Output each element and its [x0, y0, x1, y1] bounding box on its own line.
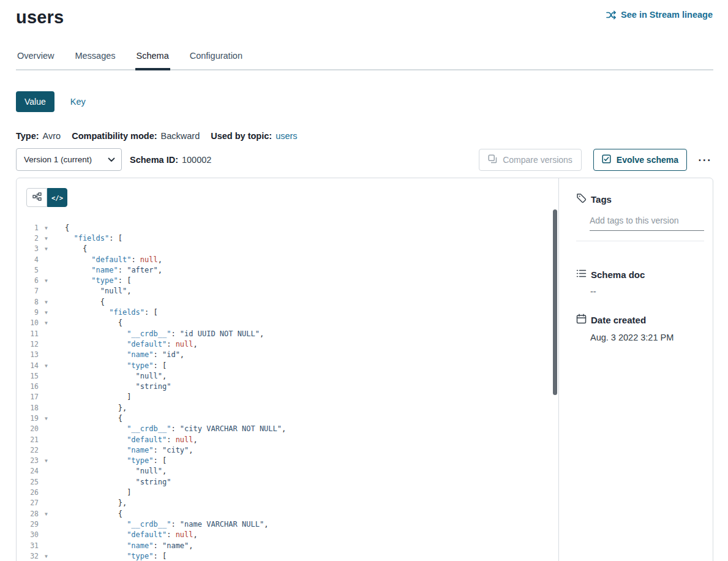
code-text: "name": "after",: [65, 266, 162, 274]
collapse-arrow-spacer: [39, 259, 65, 260]
key-toggle-button[interactable]: Key: [70, 97, 86, 107]
more-options-button[interactable]: ⋯: [696, 154, 713, 165]
code-line: 2▼"fields": [: [17, 233, 558, 243]
tab-messages[interactable]: Messages: [73, 51, 116, 69]
line-number: 16: [17, 382, 39, 391]
line-number: 30: [17, 530, 39, 539]
code-text: "name": "name",: [65, 541, 193, 550]
collapse-arrow-spacer: [39, 470, 65, 472]
collapse-arrow-icon[interactable]: ▼: [39, 277, 65, 284]
collapse-arrow-icon[interactable]: ▼: [39, 457, 65, 464]
schema-doc-section: Schema doc --: [576, 269, 704, 296]
version-toolbar: Version 1 (current) Schema ID: 100002 Co…: [16, 148, 713, 171]
code-line: 25"string": [17, 476, 558, 487]
collapse-arrow-icon[interactable]: ▼: [39, 246, 65, 252]
collapse-arrow-icon[interactable]: ▼: [39, 299, 65, 305]
code-text: "string": [65, 382, 171, 391]
collapse-arrow-icon[interactable]: ▼: [39, 363, 65, 369]
schema-card: </> 1▼{2▼"fields": [3▼{4"default": null,…: [16, 178, 713, 561]
collapse-arrow-icon[interactable]: ▼: [39, 309, 65, 315]
collapse-arrow-icon[interactable]: ▼: [39, 235, 65, 241]
line-number: 21: [17, 435, 39, 444]
code-text: },: [65, 404, 127, 412]
evolve-schema-label: Evolve schema: [617, 155, 678, 165]
document-list-icon: [576, 269, 587, 280]
line-number: 20: [17, 424, 39, 433]
code-text: "null",: [65, 287, 131, 295]
collapse-arrow-spacer: [39, 524, 65, 525]
line-number: 24: [17, 467, 39, 475]
code-text: {: [65, 318, 122, 327]
version-select[interactable]: Version 1 (current): [16, 148, 122, 171]
code-line: 23▼"type": [: [17, 456, 558, 466]
code-text: {: [65, 244, 87, 253]
date-created-header: Date created: [576, 314, 704, 326]
line-number: 32: [17, 552, 39, 560]
code-line: 15"null",: [17, 371, 558, 381]
code-line: 27},: [17, 498, 558, 508]
line-number: 2: [17, 234, 39, 243]
compare-versions-label: Compare versions: [503, 155, 572, 165]
schema-doc-title: Schema doc: [591, 269, 645, 280]
line-number: 14: [17, 361, 39, 370]
code-text: "__crdb__": "id UUID NOT NULL",: [65, 329, 264, 338]
evolve-schema-button[interactable]: Evolve schema: [593, 149, 687, 171]
code-text: {: [65, 414, 122, 423]
code-text: "default": null,: [65, 530, 198, 539]
code-text: "default": null,: [65, 340, 198, 348]
code-line: 6▼"type": [: [17, 275, 558, 285]
line-number: 11: [17, 329, 39, 338]
collapse-arrow-icon[interactable]: ▼: [39, 511, 65, 517]
stream-lineage-link[interactable]: See in Stream lineage: [606, 10, 713, 20]
line-number: 8: [17, 298, 39, 306]
calendar-icon: [576, 314, 587, 326]
collapse-arrow-spacer: [39, 481, 65, 483]
code-line: 30"default": null,: [17, 530, 558, 540]
collapse-arrow-spacer: [39, 407, 65, 409]
version-select-value: Version 1 (current): [24, 155, 92, 164]
tab-overview[interactable]: Overview: [16, 51, 55, 69]
tab-schema[interactable]: Schema: [135, 51, 170, 70]
schema-code-editor[interactable]: 1▼{2▼"fields": [3▼{4"default": null,5"na…: [17, 222, 558, 561]
add-tags-input[interactable]: [590, 214, 704, 231]
collapse-arrow-icon[interactable]: ▼: [39, 225, 65, 231]
line-number: 28: [17, 510, 39, 518]
compatibility-label: Compatibility mode:: [72, 131, 157, 141]
code-line: 26]: [17, 487, 558, 497]
collapse-arrow-icon[interactable]: ▼: [39, 320, 65, 326]
tags-header: Tags: [576, 193, 704, 205]
compare-versions-button[interactable]: Compare versions: [479, 149, 582, 171]
code-line: 22"name": "city",: [17, 445, 558, 455]
scrollbar-thumb[interactable]: [553, 209, 557, 395]
evolve-schema-icon: [602, 154, 611, 165]
code-text: "type": [: [65, 361, 167, 370]
value-key-toggle: Value Key: [16, 91, 728, 112]
compare-versions-icon: [488, 154, 497, 165]
sidebar-divider: [576, 241, 704, 241]
code-line: 14▼"type": [: [17, 360, 558, 371]
code-view-button[interactable]: </>: [47, 188, 67, 207]
stream-lineage-label: See in Stream lineage: [621, 10, 713, 20]
line-number: 22: [17, 446, 39, 454]
tags-section: Tags: [576, 193, 704, 241]
collapse-arrow-spacer: [39, 502, 65, 503]
collapse-arrow-icon[interactable]: ▼: [39, 415, 65, 421]
stream-lineage-icon: [606, 10, 617, 20]
topic-link[interactable]: users: [276, 131, 297, 141]
used-by-topic-label: Used by topic:: [211, 131, 272, 141]
code-line: 29"__crdb__": "name VARCHAR NULL",: [17, 519, 558, 529]
collapse-arrow-spacer: [39, 492, 65, 493]
code-line: 21"default": null,: [17, 434, 558, 445]
code-line: 9▼"fields": [: [17, 307, 558, 317]
type-value: Avro: [43, 131, 61, 141]
value-toggle-button[interactable]: Value: [16, 91, 54, 112]
collapse-arrow-spacer: [39, 534, 65, 535]
tab-configuration[interactable]: Configuration: [189, 51, 244, 69]
code-text: "type": [: [65, 552, 167, 560]
line-number: 23: [17, 456, 39, 465]
collapse-arrow-icon[interactable]: ▼: [39, 553, 65, 559]
tree-view-button[interactable]: [26, 188, 47, 207]
line-number: 3: [17, 244, 39, 253]
line-number: 27: [17, 499, 39, 507]
date-created-section: Date created Aug. 3 2022 3:21 PM: [576, 314, 704, 342]
